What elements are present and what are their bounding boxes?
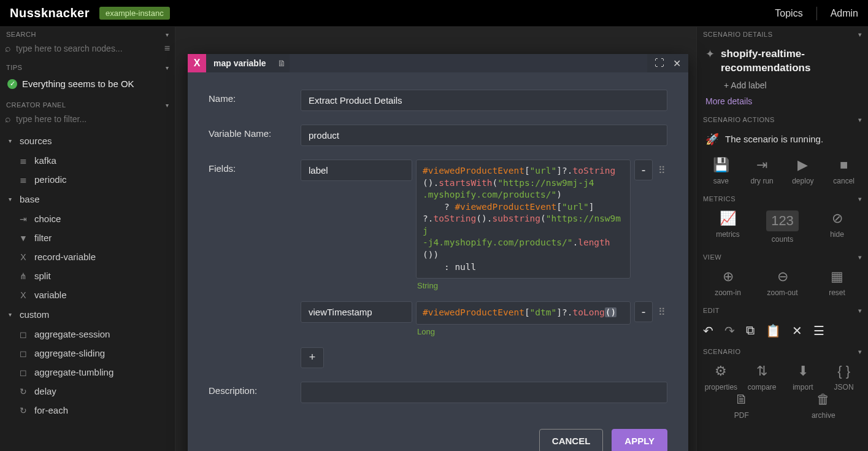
field-expr-editor[interactable]: #viewedProductEvent["dtm"]?.toLong() — [416, 301, 631, 325]
instance-chip[interactable]: example-instanc — [99, 7, 170, 20]
tree-leaf-for-each[interactable]: ↻for-each — [0, 401, 175, 420]
counts-button[interactable]: 123counts — [764, 210, 801, 244]
undo-icon[interactable]: ↶ — [703, 323, 713, 338]
node-type-icon: ↻ — [18, 387, 28, 396]
delete-icon[interactable]: ✕ — [792, 323, 802, 338]
ok-icon: ✓ — [7, 79, 17, 89]
drag-handle-icon[interactable]: ⠿ — [656, 160, 667, 176]
tree-leaf-periodic[interactable]: ≣periodic — [0, 170, 175, 189]
reset-button[interactable]: ▦reset — [819, 269, 856, 297]
paste-icon[interactable]: 📋 — [766, 323, 781, 338]
import-button[interactable]: ⬇import — [785, 363, 821, 391]
tree-leaf-record-variable[interactable]: Xrecord-variable — [0, 247, 175, 266]
search-icon: ⌕ — [5, 43, 11, 54]
edit-header: EDIT▾ — [697, 303, 868, 317]
zoomin-button[interactable]: ⊕zoom-in — [710, 269, 747, 297]
left-panel: SEARCH▾ ⌕ ≡ TIPS▾ ✓ Everything seems to … — [0, 27, 175, 451]
remove-field-button[interactable]: - — [634, 160, 653, 180]
zoomout-button[interactable]: ⊖zoom-out — [764, 269, 801, 297]
topics-link[interactable]: Topics — [775, 8, 802, 19]
copy-icon[interactable]: ⧉ — [746, 323, 755, 337]
hide-button[interactable]: ⊘hide — [819, 210, 856, 244]
node-type-icon: ◻ — [18, 368, 28, 377]
node-type-icon: ◻ — [18, 349, 28, 358]
tree-leaf-filter[interactable]: ▼filter — [0, 228, 175, 247]
tree-group[interactable]: ▾sources — [0, 131, 175, 151]
docs-icon[interactable]: 🗎 — [274, 58, 290, 68]
tree-leaf-delay[interactable]: ↻delay — [0, 382, 175, 401]
pdf-button[interactable]: 🗎PDF — [723, 391, 760, 420]
tree-leaf-kafka[interactable]: ≣kafka — [0, 151, 175, 170]
modal-type-icon: X — [188, 54, 206, 72]
metrics-header: METRICS▾ — [697, 191, 868, 206]
tree-leaf-choice[interactable]: ⇥choice — [0, 209, 175, 228]
description-input[interactable] — [301, 382, 667, 403]
field-type-label: String — [417, 281, 631, 290]
scenario-section-header: SCENARIO▾ — [697, 344, 868, 358]
node-modal: X map variable 🗎 ⛶ ✕ Name: Variable Name… — [188, 54, 688, 451]
drag-handle-icon[interactable]: ⠿ — [656, 301, 667, 318]
node-type-icon: ⋔ — [18, 271, 28, 281]
tree-leaf-aggregate-sliding[interactable]: ◻aggregate-sliding — [0, 344, 175, 363]
view-header: VIEW▾ — [697, 250, 868, 264]
name-label: Name: — [209, 90, 301, 104]
scenario-actions-header: SCENARIO ACTIONS▾ — [697, 112, 868, 126]
remove-field-button[interactable]: - — [634, 301, 653, 322]
field-row: #viewedProductEvent["url"]?.toString().s… — [301, 160, 667, 290]
tips-header: TIPS▾ — [0, 60, 175, 74]
logo: Nussknacker — [10, 6, 90, 20]
tree-group[interactable]: ▾base — [0, 189, 175, 209]
tips-text: Everything seems to be OK — [22, 79, 134, 89]
tree-leaf-aggregate-tumbling[interactable]: ◻aggregate-tumbling — [0, 363, 175, 382]
creator-filter-input[interactable] — [16, 114, 170, 124]
node-type-icon: X — [18, 252, 28, 262]
more-details-link[interactable]: More details — [697, 95, 868, 112]
archive-button[interactable]: 🗑archive — [805, 391, 842, 420]
varname-label: Variable Name: — [209, 125, 301, 139]
metrics-button[interactable]: 📈metrics — [710, 210, 747, 244]
cancel-button[interactable]: ■cancel — [826, 157, 862, 185]
search-input[interactable] — [16, 44, 159, 53]
apply-button[interactable]: APPLY — [612, 429, 667, 451]
search-settings-icon[interactable]: ≡ — [164, 43, 170, 54]
tree-leaf-split[interactable]: ⋔split — [0, 266, 175, 285]
status-text: The scenario is running. — [725, 134, 823, 144]
node-type-icon: ◻ — [18, 330, 28, 339]
dryrun-button[interactable]: ⇥dry run — [743, 157, 780, 185]
field-key-input[interactable] — [301, 160, 412, 181]
topbar: Nussknacker example-instanc Topics Admin — [0, 0, 868, 27]
creator-header: CREATOR PANEL▾ — [0, 98, 175, 111]
compare-button[interactable]: ⇅compare — [743, 363, 780, 391]
filter-icon: ⌕ — [5, 114, 11, 125]
field-row: #viewedProductEvent["dtm"]?.toLong() Lon… — [301, 301, 667, 336]
modal-title: map variable — [206, 58, 274, 68]
json-button[interactable]: { }JSON — [826, 363, 862, 391]
node-type-icon: ↻ — [18, 406, 28, 415]
rocket-icon: 🚀 — [705, 133, 719, 146]
maximize-icon[interactable]: ⛶ — [655, 58, 664, 69]
field-key-input[interactable] — [301, 301, 412, 323]
admin-link[interactable]: Admin — [831, 8, 858, 19]
add-field-button[interactable]: + — [301, 347, 324, 368]
close-icon[interactable]: ✕ — [673, 58, 681, 69]
varname-input[interactable] — [301, 125, 667, 146]
scenario-details-header: SCENARIO DETAILS▾ — [697, 27, 868, 41]
properties-button[interactable]: ⚙properties — [702, 363, 739, 391]
scenario-icon: ✦ — [705, 47, 715, 61]
add-label-link[interactable]: + Add label — [697, 79, 868, 95]
save-button[interactable]: 💾save — [702, 157, 739, 185]
tree-leaf-aggregate-session[interactable]: ◻aggregate-session — [0, 325, 175, 344]
field-expr-editor[interactable]: #viewedProductEvent["url"]?.toString().s… — [416, 160, 631, 279]
node-type-icon: X — [18, 290, 28, 300]
node-type-icon: ≣ — [18, 175, 28, 185]
tree-group[interactable]: ▾custom — [0, 304, 175, 325]
cancel-button[interactable]: CANCEL — [539, 429, 604, 451]
node-type-icon: ≣ — [18, 156, 28, 166]
redo-icon[interactable]: ↷ — [724, 323, 735, 338]
name-input[interactable] — [301, 90, 667, 111]
layout-icon[interactable]: ☰ — [813, 323, 824, 338]
tree-leaf-variable[interactable]: Xvariable — [0, 285, 175, 304]
deploy-button[interactable]: ▶deploy — [785, 157, 821, 185]
scenario-name: shopify-realtime-recommendations — [721, 47, 859, 75]
field-type-label: Long — [417, 327, 631, 336]
